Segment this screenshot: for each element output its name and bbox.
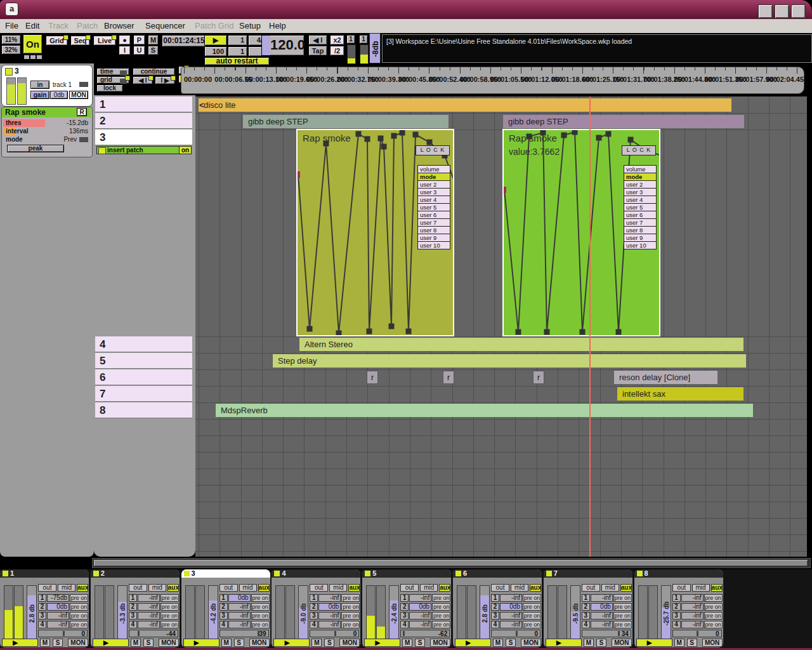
menu-browser[interactable]: Browser [104,19,134,33]
clip-handle[interactable]: < [199,98,204,112]
strip-solo-button[interactable]: S [687,639,697,647]
lock-button[interactable]: L O C K [416,145,450,156]
record-button[interactable]: ● [119,35,131,45]
out-tab[interactable]: out [310,584,328,592]
mid-tab[interactable]: mid [692,584,710,592]
strip-header[interactable]: 4 [272,569,360,578]
send-3-value[interactable]: -inf [138,612,160,620]
send-2-value[interactable]: 0db [47,603,69,611]
auto-restart-button[interactable]: auto restart [204,57,270,65]
detector-row-interval[interactable]: interval 136ms [3,128,91,135]
mixer-strip-5[interactable]: 5 -2.4 db out mid aux 1 -inf pre on 2 0d… [362,569,451,647]
mid-tab[interactable]: mid [239,584,257,592]
time-mode-button[interactable]: time [96,68,129,76]
detector-header[interactable]: Rap smoke R [2,107,91,117]
strip-solo-button[interactable]: S [596,639,606,647]
mid-tab[interactable]: mid [601,584,619,592]
send-4-pre-button[interactable]: pre on [523,621,541,628]
play-button[interactable]: ▶ [204,35,227,46]
maximize-button[interactable] [775,4,789,18]
power-button[interactable]: On [23,34,43,54]
send-2-pre-button[interactable]: pre on [341,603,360,611]
send-2-value[interactable]: 0db [500,603,522,611]
send-3-pre-button[interactable]: pre on [341,612,360,620]
send-3-pre-button[interactable]: pre on [70,612,88,620]
strip-monitor-button[interactable]: MON [521,639,541,647]
track-row-4[interactable]: 4 [95,336,192,352]
tap-button[interactable]: Tap [308,46,327,56]
arrangement-grid[interactable]: < disco lite gibb deep STEP gibb deep ST… [195,96,807,557]
track-input-select[interactable]: track 1 [53,81,72,88]
volume-fader[interactable]: -4.2 db [208,585,218,644]
tempo-div2-button[interactable]: /2 [330,46,344,56]
strip-solo-button[interactable]: S [143,639,154,647]
send-4-pre-button[interactable]: pre on [341,621,360,628]
strip-color-swatch[interactable] [637,571,643,576]
aux-tab[interactable]: aux [711,584,723,592]
aux-tab[interactable]: aux [439,584,450,592]
out-tab[interactable]: out [400,584,419,592]
send-2-pre-button[interactable]: pre on [613,603,632,611]
send-2-pre-button[interactable]: pre on [251,603,270,611]
send-1-value[interactable]: -inf [318,594,341,602]
title-bar[interactable]: a [0,0,812,19]
insert-patch-on[interactable]: on [179,147,191,154]
volume-fader[interactable]: 2.8 db [480,585,490,644]
strip-monitor-button[interactable]: MON [68,639,88,647]
send-3-value[interactable]: -inf [681,612,704,620]
clip-gibb-deep-step-2[interactable]: gibb deep STEP [503,115,744,128]
menu-edit[interactable]: Edit [25,19,39,33]
send-2-value[interactable]: -inf [138,603,160,611]
send-4-pre-button[interactable]: pre on [70,621,88,628]
volume-fader[interactable]: -3.3 db [117,585,128,644]
send-3-value[interactable]: -inf [318,612,341,620]
send-4-pre-button[interactable]: pre on [251,621,270,628]
strip-header[interactable]: 5 [362,569,451,578]
mid-tab[interactable]: mid [329,584,347,592]
send-2-value[interactable]: 0db [318,603,341,611]
peak-button[interactable]: peak [7,145,64,152]
scrollbar-handle[interactable] [94,560,808,566]
step-back-button[interactable]: ◀ I [133,76,153,84]
p-button[interactable]: P [133,35,145,45]
strip-play-button[interactable]: ▶ [183,639,219,647]
strip-color-swatch[interactable] [546,571,552,576]
strip-monitor-button[interactable]: MON [339,639,360,647]
timeline-ruler[interactable]: 00:00:0000:00:06.5500:00:13.10000:00:19.… [181,67,804,94]
send-3-pre-button[interactable]: pre on [251,612,270,620]
mixer-strip-3[interactable]: 3 -4.2 db out mid aux 1 0db pre on 2 -in… [181,569,270,647]
menu-setup[interactable]: Setup [239,19,261,33]
track-row-3[interactable]: 3 [95,129,192,145]
step-forward-button[interactable]: I ▶ [155,76,175,84]
aux-tab[interactable]: aux [258,584,270,592]
pan-slider[interactable]: 0 [38,630,88,637]
patch-window-rap-smoke-2[interactable]: Rap smoke value:3.7662 L O C K volumemod… [502,129,660,336]
volume-fader[interactable]: -9.5 db [570,585,580,644]
strip-header[interactable]: 2 [91,569,180,578]
send-4-pre-button[interactable]: pre on [613,621,632,628]
track-row-8[interactable]: 8 [95,402,192,418]
aux-tab[interactable]: aux [167,584,179,592]
grid-view-button[interactable]: Grid [46,36,68,46]
strip-color-swatch[interactable] [365,571,370,576]
strip-solo-button[interactable]: S [324,639,334,647]
clip-altern-stereo[interactable]: Altern Stereo [299,338,743,351]
strip-header[interactable]: 3 [181,569,270,578]
tempo-alt-field[interactable]: 100 [204,46,227,56]
pan-slider[interactable]: 0 [672,630,722,637]
send-1-value[interactable]: -inf [681,594,704,602]
mute-button[interactable]: M [148,35,159,45]
repeat-marker[interactable]: r [443,371,454,384]
strip-header[interactable]: 1 [0,569,89,578]
clip-gibb-deep-step-1[interactable]: gibb deep STEP [243,115,449,128]
send-4-value[interactable]: -inf [47,621,69,628]
mixer-strip-2[interactable]: 2 -3.3 db out mid aux 1 -inf pre on 2 -i… [91,569,180,647]
strip-mute-button[interactable]: M [402,639,412,647]
send-4-value[interactable]: -inf [138,621,160,628]
strip-play-button[interactable]: ▶ [2,639,38,647]
strip-monitor-button[interactable]: MON [249,639,270,647]
clip-step-delay[interactable]: Step delay [273,354,746,368]
strip-mute-button[interactable]: M [493,639,503,647]
patch-window-rap-smoke-1[interactable]: Rap smoke L O C K volumemodeuser 2user 3… [296,129,454,336]
strip-play-button[interactable]: ▶ [93,639,129,647]
